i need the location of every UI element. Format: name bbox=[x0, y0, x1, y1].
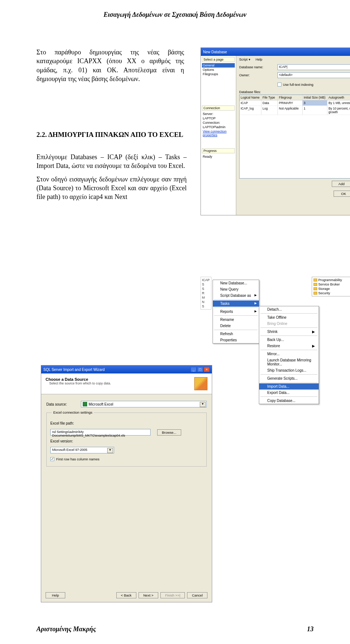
server-value: LAPTOP bbox=[202, 116, 235, 120]
body-paragraph-2: Επιλέγουμε Databases – ICAP (δεξί κλικ) … bbox=[36, 153, 187, 170]
excelversion-label: Excel version: bbox=[50, 439, 83, 443]
grid-header-size: Initial Size (MB) bbox=[303, 95, 327, 100]
owner-input[interactable]: <default> bbox=[277, 72, 350, 78]
menu-script-database-as[interactable]: Script Database as▶ bbox=[213, 292, 259, 299]
tasks-submenu: Detach... Take Offline Bring Online Shri… bbox=[259, 306, 319, 404]
submenu-take-offline[interactable]: Take Offline bbox=[259, 314, 319, 321]
window-title: New Database bbox=[203, 50, 227, 54]
grid-header-autogrowth: Autogrowth bbox=[327, 95, 350, 100]
folder-item[interactable]: Service Broker bbox=[313, 282, 350, 287]
dbfiles-grid[interactable]: Logical Name File Type Filegroup Initial… bbox=[239, 95, 350, 179]
submenu-mirror-monitor[interactable]: Launch Database Mirroring Monitor... bbox=[259, 357, 319, 367]
submenu-restore[interactable]: Restore▶ bbox=[259, 343, 319, 349]
grid-header-name: Logical Name bbox=[240, 95, 261, 100]
tree-general[interactable]: General bbox=[202, 63, 235, 68]
submenu-export-data[interactable]: Export Data... bbox=[259, 390, 319, 396]
select-page-label: Select a page bbox=[202, 57, 235, 62]
view-connection-link[interactable]: View connection properties bbox=[202, 129, 235, 137]
script-button[interactable]: Script ▾ bbox=[239, 58, 250, 61]
submenu-bring-online[interactable]: Bring Online bbox=[259, 321, 319, 327]
fieldset-legend: Excel connection settings bbox=[52, 410, 94, 414]
datasource-combo[interactable]: Microsoft Excel bbox=[81, 401, 207, 407]
folder-item[interactable]: Security bbox=[313, 291, 350, 295]
menu-refresh[interactable]: Refresh bbox=[213, 331, 259, 337]
firstrow-checkbox[interactable] bbox=[50, 457, 54, 461]
ok-button[interactable]: OK bbox=[334, 191, 350, 197]
menu-tasks[interactable]: Tasks▶ bbox=[213, 300, 259, 307]
filepath-label: Excel file path: bbox=[50, 421, 83, 425]
screenshot-new-database: New Database _ □ × Select a page General… bbox=[201, 47, 350, 215]
menu-new-query[interactable]: New Query bbox=[213, 286, 259, 292]
body-paragraph-3: Στον οδηγό εισαγωγής δεδομένων επιλέγουμ… bbox=[36, 175, 187, 202]
excelversion-combo[interactable]: Microsoft Excel 97-2005 bbox=[50, 447, 114, 453]
folder-list: Programmability Service Broker Storage S… bbox=[312, 277, 350, 296]
add-button[interactable]: Add bbox=[332, 181, 350, 187]
folder-icon bbox=[314, 287, 317, 290]
wizard-heading: Choose a Data Source bbox=[46, 377, 111, 382]
wizard-title: SQL Server Import and Export Wizard bbox=[43, 368, 105, 372]
folder-icon bbox=[314, 292, 317, 295]
tree-options[interactable]: Options bbox=[202, 68, 235, 72]
next-button[interactable]: Next > bbox=[139, 592, 158, 598]
body-paragraph-1: Στο παράθυρο δημιουργίας της νέας βάσης … bbox=[36, 48, 184, 83]
fulltext-label: Use full-text indexing bbox=[283, 83, 314, 87]
menu-properties[interactable]: Properties bbox=[213, 337, 259, 343]
connection-label: Connection: bbox=[202, 120, 235, 125]
submenu-import-data[interactable]: Import Data... bbox=[259, 383, 319, 390]
connection-value: LAPTOP\admin bbox=[202, 125, 235, 129]
footer-page-number: 13 bbox=[307, 625, 314, 633]
datasource-label: Data source: bbox=[46, 402, 81, 406]
dbfiles-label: Database files: bbox=[239, 90, 350, 94]
titlebar: New Database _ □ × bbox=[201, 48, 350, 56]
folder-icon bbox=[314, 283, 317, 286]
server-label: Server: bbox=[202, 112, 235, 116]
minimize-button[interactable]: _ bbox=[191, 367, 197, 372]
connection-header: Connection bbox=[202, 106, 235, 111]
cancel-button[interactable]: Cancel bbox=[187, 592, 207, 598]
menu-reports[interactable]: Reports▶ bbox=[213, 308, 259, 315]
screenshot-import-wizard: SQL Server Import and Export Wizard _ □ … bbox=[41, 365, 212, 602]
owner-label: Owner: bbox=[239, 73, 277, 77]
progress-header: Progress bbox=[202, 148, 235, 153]
submenu-mirror[interactable]: Mirror... bbox=[259, 351, 319, 357]
grid-header-filegroup: Filegroup bbox=[278, 95, 303, 100]
menu-rename[interactable]: Rename bbox=[213, 317, 259, 323]
wizard-logo-icon bbox=[194, 377, 207, 390]
help-button[interactable]: Help bbox=[46, 592, 65, 598]
maximize-button[interactable]: □ bbox=[197, 367, 203, 372]
finish-button[interactable]: Finish >>| bbox=[160, 592, 185, 598]
menu-delete[interactable]: Delete bbox=[213, 323, 259, 329]
submenu-shrink[interactable]: Shrink▶ bbox=[259, 329, 319, 335]
submenu-generate-scripts[interactable]: Generate Scripts... bbox=[259, 375, 319, 382]
dbname-input[interactable]: ICAP| bbox=[277, 64, 350, 70]
browse-button[interactable]: Browse... bbox=[157, 429, 181, 436]
folder-icon bbox=[314, 279, 317, 281]
grid-row[interactable]: ICAP Data PRIMARY 3 By 1 MB, unrestricte… bbox=[240, 100, 350, 106]
footer-author: Αριστομένης Μακρής bbox=[36, 625, 96, 633]
submenu-copy-database[interactable]: Copy Database... bbox=[259, 398, 319, 404]
filepath-input[interactable]: nd Settings\admin\My Documents\unipi\MIS… bbox=[50, 429, 151, 436]
submenu-arrow-icon: ▶ bbox=[254, 310, 257, 313]
folder-item[interactable]: Programmability bbox=[313, 278, 350, 282]
progress-ready: Ready bbox=[202, 154, 235, 159]
context-menu: New Database... New Query Script Databas… bbox=[213, 280, 259, 344]
submenu-arrow-icon: ▶ bbox=[312, 344, 315, 348]
help-button[interactable]: Help bbox=[256, 58, 262, 61]
wizard-subheading: Select the source from which to copy dat… bbox=[49, 382, 111, 385]
object-explorer: ICAP SSRMNS bbox=[201, 277, 211, 310]
tree-node[interactable]: ICAP bbox=[202, 278, 210, 282]
grid-header-type: File Type bbox=[261, 95, 278, 100]
back-button[interactable]: < Back bbox=[116, 592, 136, 598]
tree-filegroups[interactable]: Filegroups bbox=[202, 72, 235, 76]
grid-row[interactable]: ICAP_log Log Not Applicable 1 By 10 perc… bbox=[240, 106, 350, 115]
close-button[interactable]: × bbox=[204, 367, 210, 372]
submenu-arrow-icon: ▶ bbox=[254, 302, 257, 305]
submenu-ship-logs[interactable]: Ship Transaction Logs... bbox=[259, 367, 319, 373]
submenu-detach[interactable]: Detach... bbox=[259, 306, 319, 313]
fulltext-checkbox[interactable] bbox=[277, 83, 281, 87]
menu-new-database[interactable]: New Database... bbox=[213, 280, 259, 286]
dbname-label: Database name: bbox=[239, 65, 277, 69]
folder-item[interactable]: Storage bbox=[313, 287, 350, 291]
submenu-backup[interactable]: Back Up... bbox=[259, 337, 319, 343]
submenu-arrow-icon: ▶ bbox=[254, 294, 257, 297]
